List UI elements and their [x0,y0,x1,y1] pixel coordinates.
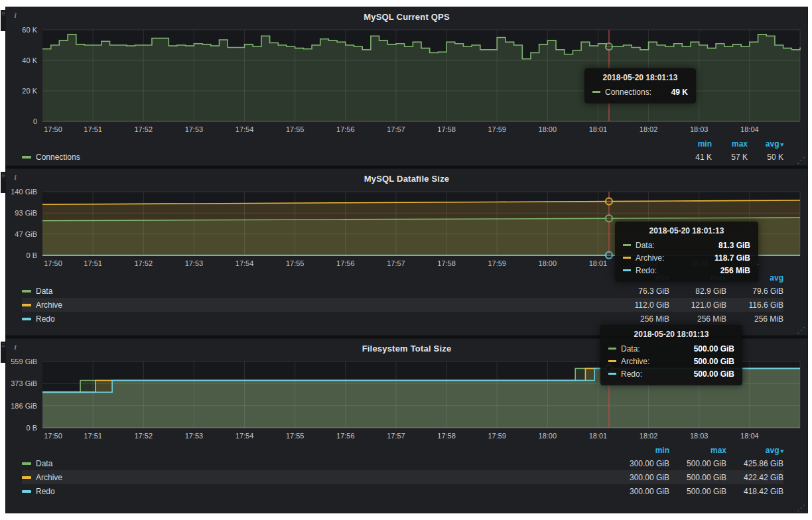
series-name: Redo [36,487,55,496]
legend-stat-value: 41 K [676,153,712,162]
svg-text:17:51: 17:51 [84,125,102,133]
qps-chart-canvas[interactable]: 60 K40 K20 K017:5017:5117:5217:5317:5417… [7,25,807,137]
legend-sort-max[interactable]: max [712,139,748,149]
svg-text:17:54: 17:54 [236,432,254,440]
panel-drag-handle-icon[interactable]: ⠿ [1,172,6,193]
legend-sort-avg[interactable]: avg▾ [748,139,783,149]
svg-text:17:52: 17:52 [135,432,153,440]
svg-text:18:03: 18:03 [690,125,709,133]
svg-text:140 GiB: 140 GiB [11,188,37,196]
svg-text:17:59: 17:59 [488,432,506,440]
legend-stat-value: 121.0 GiB [669,300,726,310]
legend-stats-header: minmaxavg [22,271,783,284]
series-color-swatch [22,318,31,320]
panel-title[interactable]: Filesystem Total Size [6,339,807,356]
panel-title[interactable]: MySQL Datafile Size [6,169,807,186]
legend-item[interactable]: Data76.3 GiB82.9 GiB79.6 GiB [22,284,783,298]
svg-text:60 K: 60 K [22,26,37,34]
svg-text:20 K: 20 K [22,87,37,95]
series-name: Connections [36,153,80,162]
svg-text:17:56: 17:56 [336,125,355,133]
grafana-dashboard: ⠿ i MySQL Current QPS 60 K40 K20 K017:50… [5,7,808,513]
legend-sort-min[interactable]: min [612,273,669,283]
svg-text:17:52: 17:52 [135,259,153,267]
legend-sort-min[interactable]: min [676,139,712,149]
svg-text:17:51: 17:51 [84,432,102,440]
panel-resize-handle[interactable]: ⋰ [797,504,805,512]
legend-stat-value: 422.42 GiB [726,473,783,482]
svg-text:18:04: 18:04 [740,259,759,267]
filesystem-legend: minmaxavg▾Data300.00 GiB500.00 GiB425.86… [6,444,807,498]
panel-info-icon[interactable]: i [11,11,20,20]
series-name: Redo [36,314,55,324]
svg-text:17:56: 17:56 [336,432,355,440]
legend-stat-value: 300.00 GiB [612,487,669,496]
panel-resize-handle[interactable]: ⋰ [797,326,805,334]
legend-item[interactable]: Connections41 K57 K50 K [22,150,783,164]
svg-text:18:02: 18:02 [640,125,658,133]
legend-sort-avg[interactable]: avg [726,273,783,283]
svg-text:17:53: 17:53 [185,432,204,440]
legend-stat-value: 425.86 GiB [726,459,783,468]
datafile-chart-canvas[interactable]: 140 GiB93 GiB47 GiB0 B17:5017:5117:5217:… [7,186,807,271]
svg-text:17:57: 17:57 [387,125,405,133]
svg-text:17:51: 17:51 [84,259,102,267]
svg-text:17:57: 17:57 [387,259,405,267]
svg-text:17:50: 17:50 [44,432,62,440]
svg-text:186 GiB: 186 GiB [11,402,37,410]
series-name: Archive [36,300,62,310]
legend-item[interactable]: Data300.00 GiB500.00 GiB425.86 GiB [22,456,783,470]
legend-item[interactable]: Redo300.00 GiB500.00 GiB418.42 GiB [22,484,783,498]
svg-text:18:01: 18:01 [589,259,608,267]
legend-item[interactable]: Archive112.0 GiB121.0 GiB116.6 GiB [22,298,783,312]
svg-text:18:02: 18:02 [640,432,658,440]
legend-stat-value: 112.0 GiB [612,300,669,310]
svg-text:18:00: 18:00 [539,125,557,133]
svg-text:47 GiB: 47 GiB [15,230,37,238]
svg-text:40 K: 40 K [22,56,37,64]
panel-mysql-current-qps: ⠿ i MySQL Current QPS 60 K40 K20 K017:50… [5,7,808,166]
legend-stat-value: 300.00 GiB [612,473,669,482]
svg-text:18:02: 18:02 [640,259,658,267]
legend-stat-value: 76.3 GiB [612,287,669,296]
filesystem-chart-canvas[interactable]: 559 GiB373 GiB186 GiB0 B17:5017:5117:521… [7,356,807,444]
legend-item[interactable]: Redo256 MiB256 MiB256 MiB [22,312,783,326]
svg-text:18:04: 18:04 [740,125,759,133]
svg-text:18:00: 18:00 [539,432,557,440]
qps-legend: minmaxavg▾Connections41 K57 K50 K [6,137,807,164]
svg-text:17:53: 17:53 [185,259,204,267]
svg-text:18:01: 18:01 [589,432,608,440]
series-color-swatch [22,290,31,292]
svg-text:17:56: 17:56 [336,259,355,267]
panel-title[interactable]: MySQL Current QPS [6,7,807,25]
panel-mysql-datafile-size: ⠿ i MySQL Datafile Size 140 GiB93 GiB47 … [5,168,808,336]
legend-stat-value: 500.00 GiB [669,487,726,496]
svg-text:17:58: 17:58 [437,259,456,267]
svg-text:17:53: 17:53 [185,125,204,133]
svg-text:17:58: 17:58 [437,432,456,440]
series-color-swatch [22,304,31,306]
panel-resize-handle[interactable]: ⋰ [797,157,805,164]
svg-text:373 GiB: 373 GiB [11,379,37,387]
svg-text:0: 0 [33,117,37,125]
svg-text:0 B: 0 B [26,424,37,432]
svg-text:17:55: 17:55 [286,125,304,133]
legend-stat-value: 300.00 GiB [612,459,669,468]
panel-drag-handle-icon[interactable]: ⠿ [1,10,6,31]
legend-sort-max[interactable]: max [669,273,726,283]
svg-text:18:03: 18:03 [690,259,709,267]
panel-info-icon[interactable]: i [11,172,20,182]
legend-sort-avg[interactable]: avg▾ [726,446,783,455]
legend-stat-value: 256 MiB [726,314,783,324]
legend-sort-min[interactable]: min [612,446,669,455]
svg-text:559 GiB: 559 GiB [11,358,37,365]
legend-sort-max[interactable]: max [669,446,726,455]
series-color-swatch [22,490,31,493]
panel-drag-handle-icon[interactable]: ⠿ [1,342,6,363]
legend-stat-value: 500.00 GiB [669,473,726,482]
legend-stats-header: minmaxavg▾ [22,444,783,456]
panel-info-icon[interactable]: i [11,342,20,352]
legend-item[interactable]: Archive300.00 GiB500.00 GiB422.42 GiB [22,470,783,484]
svg-text:18:01: 18:01 [589,125,608,133]
series-name: Data [36,287,52,296]
